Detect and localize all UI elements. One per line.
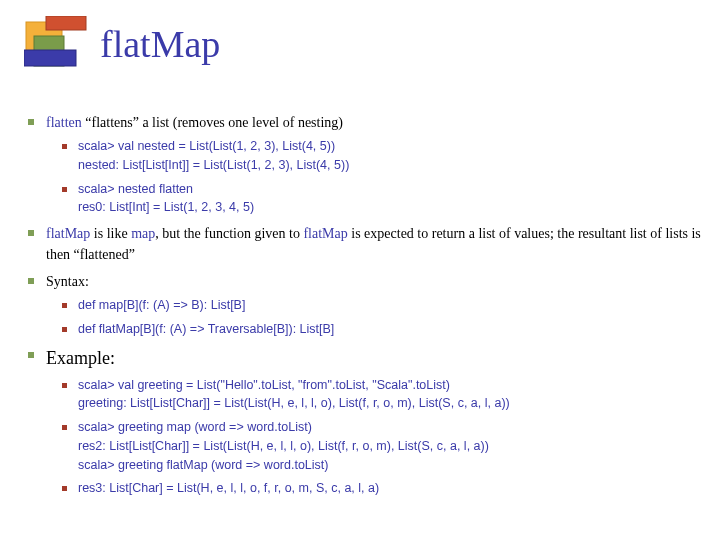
slide-body: flatten “flattens” a list (removes one l… [22, 112, 704, 504]
repl-prompt: scala> [78, 139, 114, 153]
code-nested-def: scala> val nested = List(List(1, 2, 3), … [58, 137, 704, 175]
repl-output: res0: List[Int] = List(1, 2, 3, 4, 5) [78, 200, 254, 214]
text: is like [90, 226, 131, 241]
text: Example: [46, 348, 115, 368]
code: greeting flatMap (word => word.toList) [114, 458, 328, 472]
bullet-example: Example: scala> val greeting = List("Hel… [22, 345, 704, 499]
code: val nested = List(List(1, 2, 3), List(4,… [114, 139, 335, 153]
fn-flatmap: flatMap [303, 226, 347, 241]
text: , but the function given to [155, 226, 303, 241]
repl-output: greeting: List[List[Char]] = List(List(H… [78, 396, 510, 410]
repl-output: nested: List[List[Int]] = List(List(1, 2… [78, 158, 349, 172]
repl-prompt: scala> [78, 182, 114, 196]
sig-flatmap: def flatMap[B](f: (A) => Traversable[B])… [58, 320, 704, 339]
code-nested-flatten: scala> nested flatten res0: List[Int] = … [58, 180, 704, 218]
repl-prompt: scala> [78, 378, 114, 392]
fn-flatten: flatten [46, 115, 82, 130]
bullet-syntax: Syntax: def map[B](f: (A) => B): List[B]… [22, 271, 704, 339]
text: “flattens” a list (removes one level of … [82, 115, 343, 130]
code: greeting map (word => word.toList) [114, 420, 311, 434]
svg-rect-1 [46, 16, 86, 30]
code: val greeting = List("Hello".toList, "fro… [114, 378, 449, 392]
repl-prompt: scala> [78, 458, 114, 472]
code-greeting-def: scala> val greeting = List("Hello".toLis… [58, 376, 704, 414]
slide-title: flatMap [100, 22, 220, 66]
fn-flatmap: flatMap [46, 226, 90, 241]
bullet-flatmap-desc: flatMap is like map, but the function gi… [22, 223, 704, 265]
repl-prompt: scala> [78, 420, 114, 434]
repl-output: res2: List[List[Char]] = List(List(H, e,… [78, 439, 489, 453]
code-greeting-map: scala> greeting map (word => word.toList… [58, 418, 704, 474]
code: nested flatten [114, 182, 193, 196]
svg-rect-3 [24, 50, 76, 66]
repl-output-res3: res3: List[Char] = List(H, e, l, l, o, f… [58, 479, 704, 498]
sig-map: def map[B](f: (A) => B): List[B] [58, 296, 704, 315]
slide-logo-icon [24, 16, 88, 72]
text: Syntax: [46, 274, 89, 289]
fn-map: map [131, 226, 155, 241]
bullet-flatten: flatten “flattens” a list (removes one l… [22, 112, 704, 217]
